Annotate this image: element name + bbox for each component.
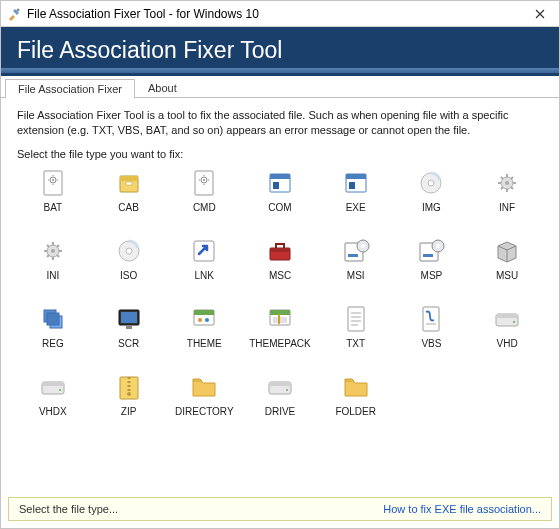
file-type-vhd[interactable]: VHD — [471, 304, 543, 364]
svg-point-59 — [205, 318, 209, 322]
file-type-directory[interactable]: DIRECTORY — [168, 372, 240, 432]
file-type-themepack[interactable]: THEMEPACK — [244, 304, 316, 364]
file-type-label: SCR — [118, 338, 139, 349]
svg-line-25 — [511, 187, 513, 189]
file-type-label: REG — [42, 338, 64, 349]
drive-icon — [38, 372, 68, 402]
svg-line-26 — [511, 177, 513, 179]
file-type-theme[interactable]: THEME — [168, 304, 240, 364]
svg-point-73 — [59, 389, 61, 391]
svg-line-36 — [57, 245, 59, 247]
toolbox-icon — [265, 236, 295, 266]
file-type-label: VHD — [497, 338, 518, 349]
svg-point-75 — [127, 392, 131, 396]
svg-rect-12 — [273, 182, 279, 189]
svg-point-45 — [361, 244, 365, 248]
file-type-txt[interactable]: TXT — [320, 304, 392, 364]
gear-icon — [38, 236, 68, 266]
window-title: File Association Fixer Tool - for Window… — [27, 7, 521, 21]
file-type-zip[interactable]: ZIP — [93, 372, 165, 432]
content-area: File Association Fixer Tool is a tool to… — [1, 98, 559, 438]
svg-line-24 — [501, 177, 503, 179]
file-type-msc[interactable]: MSC — [244, 236, 316, 296]
svg-point-39 — [126, 248, 132, 254]
file-type-scr[interactable]: SCR — [93, 304, 165, 364]
svg-point-19 — [505, 181, 509, 185]
file-type-label: THEMEPACK — [249, 338, 311, 349]
file-type-com[interactable]: COM — [244, 168, 316, 228]
folder-icon — [341, 372, 371, 402]
prompt-text: Select the file type you want to fix: — [17, 148, 543, 160]
svg-rect-11 — [270, 174, 290, 179]
svg-point-49 — [436, 244, 440, 248]
svg-rect-46 — [348, 254, 358, 257]
file-type-label: MSP — [421, 270, 443, 281]
svg-rect-56 — [126, 325, 132, 329]
svg-rect-50 — [423, 254, 433, 257]
file-type-inf[interactable]: INF — [471, 168, 543, 228]
file-type-img[interactable]: IMG — [396, 168, 468, 228]
reg-icon — [38, 304, 68, 334]
file-type-ini[interactable]: INI — [17, 236, 89, 296]
app-icon — [7, 7, 21, 21]
svg-rect-55 — [121, 312, 137, 323]
svg-rect-5 — [120, 176, 138, 181]
file-type-msp[interactable]: MSP — [396, 236, 468, 296]
file-type-vbs[interactable]: VBS — [396, 304, 468, 364]
svg-point-78 — [286, 389, 288, 391]
file-type-cab[interactable]: CAB — [93, 168, 165, 228]
file-type-label: DRIVE — [265, 406, 296, 417]
svg-point-70 — [513, 321, 515, 323]
file-type-label: CMD — [193, 202, 216, 213]
file-type-iso[interactable]: ISO — [93, 236, 165, 296]
file-type-vhdx[interactable]: VHDX — [17, 372, 89, 432]
svg-rect-53 — [47, 313, 59, 325]
svg-rect-77 — [269, 382, 291, 386]
theme-icon — [189, 304, 219, 334]
svg-point-0 — [17, 8, 20, 11]
file-type-label: DIRECTORY — [175, 406, 234, 417]
close-button[interactable] — [521, 1, 559, 26]
file-type-bat[interactable]: BAT — [17, 168, 89, 228]
svg-point-17 — [428, 180, 434, 186]
svg-rect-15 — [349, 182, 355, 189]
gear-icon — [492, 168, 522, 198]
file-type-label: IMG — [422, 202, 441, 213]
tab-file-association-fixer[interactable]: File Association Fixer — [5, 79, 135, 98]
statusbar: Select the file type... How to fix EXE f… — [8, 497, 552, 521]
tab-bar: File Association Fixer About — [1, 76, 559, 98]
file-type-cmd[interactable]: CMD — [168, 168, 240, 228]
help-link[interactable]: How to fix EXE file association... — [383, 503, 541, 515]
file-type-label: LNK — [195, 270, 214, 281]
file-type-label: BAT — [43, 202, 62, 213]
app-title: File Association Fixer Tool — [17, 37, 543, 64]
file-type-drive[interactable]: DRIVE — [244, 372, 316, 432]
file-type-label: FOLDER — [335, 406, 376, 417]
svg-point-3 — [52, 179, 54, 181]
file-type-exe[interactable]: EXE — [320, 168, 392, 228]
installer-icon — [416, 236, 446, 266]
script-icon — [416, 304, 446, 334]
disc-icon — [416, 168, 446, 198]
file-type-label: CAB — [118, 202, 139, 213]
app-window-icon — [341, 168, 371, 198]
svg-line-27 — [501, 187, 503, 189]
svg-rect-14 — [346, 174, 366, 179]
file-type-msi[interactable]: MSI — [320, 236, 392, 296]
file-type-label: EXE — [346, 202, 366, 213]
svg-line-34 — [47, 245, 49, 247]
svg-rect-6 — [126, 182, 132, 185]
zip-icon — [114, 372, 144, 402]
file-type-label: ISO — [120, 270, 137, 281]
drive-icon — [265, 372, 295, 402]
tab-about[interactable]: About — [135, 78, 190, 97]
file-type-label: ZIP — [121, 406, 137, 417]
file-type-label: MSU — [496, 270, 518, 281]
file-type-reg[interactable]: REG — [17, 304, 89, 364]
file-type-folder[interactable]: FOLDER — [320, 372, 392, 432]
themepack-icon — [265, 304, 295, 334]
installer-icon — [341, 236, 371, 266]
file-type-msu[interactable]: MSU — [471, 236, 543, 296]
file-type-label: INI — [46, 270, 59, 281]
file-type-lnk[interactable]: LNK — [168, 236, 240, 296]
